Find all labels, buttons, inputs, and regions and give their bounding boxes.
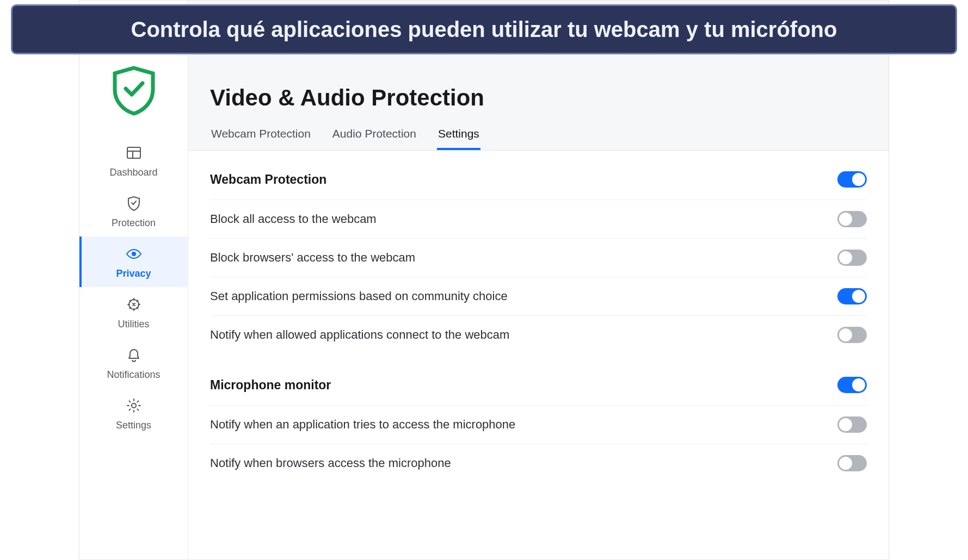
setting-label: Notify when browsers access the micropho… bbox=[210, 456, 451, 470]
toggle-webcam-protection-master[interactable] bbox=[837, 171, 867, 188]
sidebar-item-label: Privacy bbox=[116, 268, 151, 279]
settings-content: Webcam Protection Block all access to th… bbox=[188, 151, 889, 559]
main-panel: Video & Audio Protection Webcam Protecti… bbox=[188, 1, 889, 559]
svg-point-3 bbox=[132, 252, 136, 256]
toggle-block-all-webcam[interactable] bbox=[837, 211, 867, 227]
setting-row: Set application permissions based on com… bbox=[210, 277, 867, 315]
tabs: Webcam Protection Audio Protection Setti… bbox=[210, 124, 867, 150]
sidebar: Dashboard Protection Privacy Utilities N bbox=[79, 1, 188, 559]
section-header-microphone: Microphone monitor bbox=[210, 372, 867, 405]
svg-rect-0 bbox=[127, 147, 140, 158]
tab-audio-protection[interactable]: Audio Protection bbox=[331, 124, 417, 150]
setting-label: Notify when an application tries to acce… bbox=[210, 418, 515, 432]
setting-label: Set application permissions based on com… bbox=[210, 289, 508, 303]
setting-row: Block all access to the webcam bbox=[210, 200, 867, 238]
svg-point-5 bbox=[132, 403, 136, 408]
page-title: Video & Audio Protection bbox=[210, 85, 867, 111]
setting-label: Block all access to the webcam bbox=[210, 212, 377, 226]
caption-banner: Controla qué aplicaciones pueden utiliza… bbox=[11, 4, 957, 54]
sidebar-item-protection[interactable]: Protection bbox=[79, 186, 188, 237]
setting-row: Block browsers' access to the webcam bbox=[210, 238, 867, 277]
toggle-notify-webcam[interactable] bbox=[837, 327, 867, 343]
gear-icon bbox=[125, 397, 143, 416]
dashboard-icon bbox=[125, 144, 143, 164]
setting-label: Block browsers' access to the webcam bbox=[210, 251, 415, 265]
setting-label: Notify when allowed applications connect… bbox=[210, 328, 509, 342]
sidebar-item-utilities[interactable]: Utilities bbox=[79, 287, 188, 338]
tab-webcam-protection[interactable]: Webcam Protection bbox=[210, 124, 312, 150]
sidebar-item-notifications[interactable]: Notifications bbox=[79, 338, 188, 388]
sidebar-item-label: Dashboard bbox=[109, 167, 157, 178]
setting-row: Notify when allowed applications connect… bbox=[210, 315, 867, 354]
status-shield-icon bbox=[79, 66, 188, 116]
sidebar-item-label: Settings bbox=[116, 420, 151, 431]
eye-icon bbox=[125, 245, 143, 265]
toggle-community-permissions[interactable] bbox=[837, 288, 867, 304]
sidebar-item-label: Utilities bbox=[118, 319, 149, 330]
setting-row: Notify when browsers access the micropho… bbox=[210, 444, 867, 482]
sidebar-item-dashboard[interactable]: Dashboard bbox=[79, 135, 188, 186]
toggle-notify-browser-mic[interactable] bbox=[837, 455, 867, 471]
shield-icon bbox=[125, 195, 143, 214]
bell-icon bbox=[125, 346, 143, 366]
section-title: Webcam Protection bbox=[210, 172, 326, 187]
section-header-webcam: Webcam Protection bbox=[210, 167, 867, 200]
sidebar-item-privacy[interactable]: Privacy bbox=[79, 237, 188, 287]
toggle-block-browsers-webcam[interactable] bbox=[837, 250, 867, 266]
toggle-microphone-monitor-master[interactable] bbox=[837, 377, 867, 393]
sidebar-item-label: Protection bbox=[112, 217, 156, 229]
tools-icon bbox=[125, 296, 143, 315]
sidebar-item-label: Notifications bbox=[107, 369, 160, 381]
section-title: Microphone monitor bbox=[210, 378, 331, 393]
tab-settings[interactable]: Settings bbox=[437, 124, 480, 150]
caption-text: Controla qué aplicaciones pueden utiliza… bbox=[29, 16, 939, 43]
toggle-notify-app-mic[interactable] bbox=[837, 416, 867, 433]
setting-row: Notify when an application tries to acce… bbox=[210, 405, 867, 444]
sidebar-item-settings[interactable]: Settings bbox=[79, 388, 188, 439]
app-window: Dashboard Protection Privacy Utilities N bbox=[79, 0, 889, 560]
